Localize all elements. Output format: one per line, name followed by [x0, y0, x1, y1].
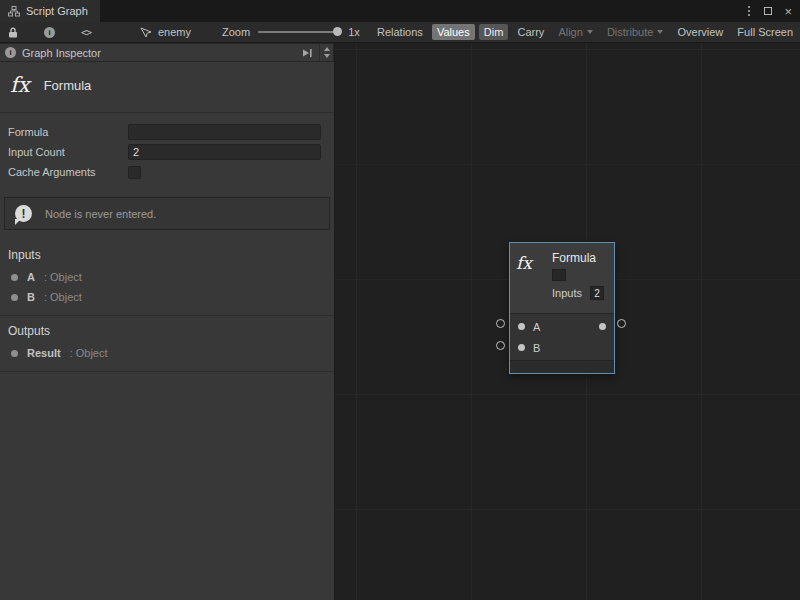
input-count-label: Input Count [8, 146, 128, 158]
graph-inspector-title: Graph Inspector [22, 47, 101, 59]
node-footer [510, 360, 614, 373]
values-button[interactable]: Values [432, 24, 475, 40]
fullscreen-button[interactable]: Full Screen [732, 24, 798, 40]
output-port-row: Result : Object [0, 343, 334, 363]
tab-label: Script Graph [26, 5, 88, 17]
graph-inspector-panel: i Graph Inspector fx Formula [0, 43, 335, 600]
warning-text: Node is never entered. [45, 208, 156, 220]
graph-inspector-header[interactable]: i Graph Inspector [0, 43, 334, 62]
outputs-section-header: Outputs [0, 316, 334, 343]
input-count-input[interactable] [128, 144, 321, 160]
port-dot-icon [11, 350, 18, 357]
scroll-stepper[interactable] [319, 44, 333, 61]
carry-button[interactable]: Carry [512, 24, 549, 40]
port-target-ring-icon[interactable] [617, 319, 626, 328]
window-menu-icon[interactable] [746, 4, 752, 18]
port-target-ring-icon[interactable] [496, 341, 505, 350]
window-tab-bar: Script Graph × [0, 0, 800, 22]
node-title: Formula [552, 249, 608, 267]
zoom-slider[interactable] [258, 31, 340, 33]
node-inputs-label: Inputs [552, 287, 582, 299]
cache-arguments-row: Cache Arguments [0, 162, 334, 182]
toolbar-target[interactable]: enemy [140, 22, 191, 42]
input-port-dot-icon[interactable] [518, 323, 525, 330]
unity-visual-scripting-window: Script Graph × i <> enemy [0, 0, 800, 600]
input-count-field-row: Input Count [0, 142, 334, 162]
formula-field-row: Formula [0, 122, 334, 142]
toolbar-zoom-group: Zoom 1x [222, 22, 360, 42]
input-port-row: A : Object [0, 267, 334, 287]
dock-arrow-icon[interactable] [301, 48, 313, 58]
unit-name: Formula [44, 78, 92, 93]
script-graph-icon [8, 6, 20, 17]
toolbar-left-icons: i <> [8, 22, 91, 42]
code-icon[interactable]: <> [81, 27, 91, 38]
chevron-down-icon [657, 30, 663, 34]
lock-icon[interactable] [8, 27, 18, 38]
cache-arguments-label: Cache Arguments [8, 166, 128, 178]
window-controls: × [746, 0, 800, 22]
scroll-down-icon[interactable] [324, 54, 330, 58]
scroll-up-icon[interactable] [324, 47, 330, 51]
tab-script-graph[interactable]: Script Graph [0, 0, 100, 22]
divider [0, 371, 334, 372]
close-icon[interactable]: × [784, 5, 792, 18]
fx-icon: fx [516, 249, 552, 305]
dim-button[interactable]: Dim [479, 24, 509, 40]
formula-field-label: Formula [8, 126, 128, 138]
port-target-ring-icon[interactable] [496, 319, 505, 328]
distribute-dropdown[interactable]: Distribute [602, 24, 668, 40]
align-dropdown[interactable]: Align [553, 24, 597, 40]
formula-input[interactable] [128, 124, 321, 140]
node-ports: A B [510, 313, 614, 360]
inspector-fields: Formula Input Count Cache Arguments [0, 113, 334, 184]
node-inputs-count[interactable]: 2 [590, 286, 604, 300]
maximize-icon[interactable] [764, 7, 772, 15]
node-port-a[interactable]: A [510, 316, 614, 337]
inputs-section-header: Inputs [0, 240, 334, 267]
warning-icon: ! [15, 205, 32, 222]
formula-node-header: fx Formula Inputs 2 [510, 243, 614, 313]
fx-icon: fx [10, 73, 30, 97]
info-icon[interactable]: i [44, 27, 55, 38]
overview-button[interactable]: Overview [672, 24, 728, 40]
zoom-value: 1x [348, 26, 360, 38]
pointer-icon [140, 27, 152, 38]
unit-title-block: fx Formula [0, 62, 334, 112]
relations-button[interactable]: Relations [372, 24, 428, 40]
input-port-row: B : Object [0, 287, 334, 307]
node-port-b[interactable]: B [510, 337, 614, 358]
graph-toolbar: i <> enemy Zoom 1x Relations Values Dim … [0, 22, 800, 43]
graph-canvas[interactable]: fx Formula Inputs 2 A [335, 43, 800, 600]
target-name: enemy [158, 26, 191, 38]
zoom-slider-handle[interactable] [333, 27, 342, 36]
port-dot-icon [11, 294, 18, 301]
output-port-dot-icon[interactable] [599, 323, 606, 330]
zoom-label: Zoom [222, 26, 250, 38]
warning-box: ! Node is never entered. [4, 197, 330, 230]
port-dot-icon [11, 274, 18, 281]
input-port-dot-icon[interactable] [518, 344, 525, 351]
node-formula-field[interactable] [552, 269, 566, 281]
cache-arguments-checkbox[interactable] [128, 166, 141, 179]
formula-node[interactable]: fx Formula Inputs 2 A [509, 242, 615, 374]
info-icon: i [5, 47, 16, 58]
chevron-down-icon [587, 30, 593, 34]
toolbar-buttons: Relations Values Dim Carry Align Distrib… [372, 22, 798, 42]
